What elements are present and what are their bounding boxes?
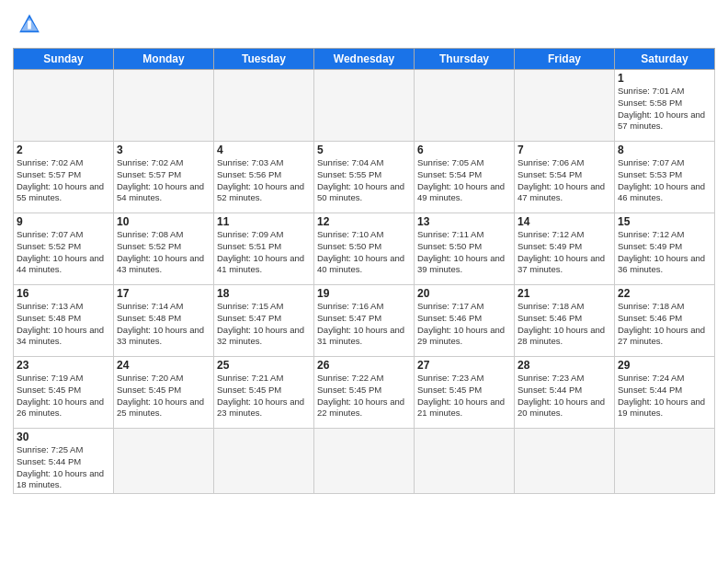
day-number: 7 [518, 144, 611, 156]
day-number: 14 [518, 215, 611, 228]
calendar-cell [114, 70, 214, 142]
svg-rect-2 [28, 21, 31, 29]
day-info: Sunrise: 7:19 AMSunset: 5:45 PMDaylight:… [17, 373, 110, 419]
day-info: Sunrise: 7:12 AMSunset: 5:49 PMDaylight:… [518, 229, 611, 276]
day-info: Sunrise: 7:13 AMSunset: 5:48 PMDaylight:… [17, 301, 110, 348]
day-number: 8 [618, 144, 711, 156]
calendar-row: 2Sunrise: 7:02 AMSunset: 5:57 PMDaylight… [14, 142, 715, 213]
header-saturday: Saturday [615, 49, 715, 70]
calendar-cell: 19Sunrise: 7:16 AMSunset: 5:47 PMDayligh… [314, 285, 415, 357]
header-sunday: Sunday [14, 49, 114, 70]
day-number: 27 [417, 359, 511, 372]
day-info: Sunrise: 7:05 AMSunset: 5:54 PMDaylight:… [417, 157, 511, 204]
day-info: Sunrise: 7:22 AMSunset: 5:45 PMDaylight:… [317, 373, 411, 419]
day-info: Sunrise: 7:07 AMSunset: 5:53 PMDaylight:… [618, 157, 711, 204]
day-info: Sunrise: 7:23 AMSunset: 5:45 PMDaylight:… [417, 373, 511, 419]
calendar-cell: 13Sunrise: 7:11 AMSunset: 5:50 PMDayligh… [415, 213, 515, 285]
day-number: 1 [618, 72, 711, 85]
page: Sunday Monday Tuesday Wednesday Thursday… [0, 0, 728, 563]
day-number: 29 [618, 359, 711, 372]
calendar-cell: 22Sunrise: 7:18 AMSunset: 5:46 PMDayligh… [615, 285, 715, 357]
day-info: Sunrise: 7:09 AMSunset: 5:51 PMDaylight:… [217, 229, 311, 276]
day-info: Sunrise: 7:06 AMSunset: 5:54 PMDaylight:… [518, 157, 611, 204]
calendar-cell: 7Sunrise: 7:06 AMSunset: 5:54 PMDaylight… [515, 142, 615, 213]
day-info: Sunrise: 7:15 AMSunset: 5:47 PMDaylight:… [217, 301, 311, 348]
day-number: 19 [317, 287, 411, 300]
day-number: 24 [117, 359, 210, 372]
day-number: 13 [417, 215, 511, 228]
header-friday: Friday [515, 49, 615, 70]
header-monday: Monday [114, 49, 214, 70]
day-number: 22 [618, 287, 711, 300]
day-info: Sunrise: 7:23 AMSunset: 5:44 PMDaylight:… [518, 373, 611, 419]
day-info: Sunrise: 7:16 AMSunset: 5:47 PMDaylight:… [317, 301, 411, 348]
calendar-cell [114, 429, 214, 494]
day-number: 2 [17, 144, 110, 156]
calendar-table: Sunday Monday Tuesday Wednesday Thursday… [13, 48, 715, 494]
calendar-cell: 11Sunrise: 7:09 AMSunset: 5:51 PMDayligh… [214, 213, 314, 285]
day-info: Sunrise: 7:14 AMSunset: 5:48 PMDaylight:… [117, 301, 210, 348]
calendar-cell: 9Sunrise: 7:07 AMSunset: 5:52 PMDaylight… [14, 213, 114, 285]
calendar-cell [314, 429, 415, 494]
calendar-cell [615, 429, 715, 494]
calendar-cell: 27Sunrise: 7:23 AMSunset: 5:45 PMDayligh… [415, 357, 515, 429]
day-info: Sunrise: 7:11 AMSunset: 5:50 PMDaylight:… [417, 229, 511, 276]
calendar-cell: 18Sunrise: 7:15 AMSunset: 5:47 PMDayligh… [214, 285, 314, 357]
day-number: 20 [417, 287, 511, 300]
calendar-cell [415, 70, 515, 142]
calendar-cell: 3Sunrise: 7:02 AMSunset: 5:57 PMDaylight… [114, 142, 214, 213]
calendar-cell: 29Sunrise: 7:24 AMSunset: 5:44 PMDayligh… [615, 357, 715, 429]
calendar-cell [415, 429, 515, 494]
calendar-cell: 24Sunrise: 7:20 AMSunset: 5:45 PMDayligh… [114, 357, 214, 429]
day-number: 30 [17, 431, 110, 443]
calendar-cell [314, 70, 415, 142]
calendar-cell: 21Sunrise: 7:18 AMSunset: 5:46 PMDayligh… [515, 285, 615, 357]
day-info: Sunrise: 7:10 AMSunset: 5:50 PMDaylight:… [317, 229, 411, 276]
calendar-cell: 26Sunrise: 7:22 AMSunset: 5:45 PMDayligh… [314, 357, 415, 429]
day-number: 15 [618, 215, 711, 228]
day-info: Sunrise: 7:08 AMSunset: 5:52 PMDaylight:… [117, 229, 210, 276]
day-number: 5 [317, 144, 411, 156]
day-number: 6 [417, 144, 511, 156]
calendar-cell: 4Sunrise: 7:03 AMSunset: 5:56 PMDaylight… [214, 142, 314, 213]
day-number: 9 [17, 215, 110, 228]
calendar-row-1: 1Sunrise: 7:01 AMSunset: 5:58 PMDaylight… [14, 70, 715, 142]
day-number: 21 [518, 287, 611, 300]
weekday-header-row: Sunday Monday Tuesday Wednesday Thursday… [14, 49, 715, 70]
calendar-cell [515, 429, 615, 494]
calendar-cell [515, 70, 615, 142]
calendar-cell [14, 70, 114, 142]
header-thursday: Thursday [415, 49, 515, 70]
day-number: 16 [17, 287, 110, 300]
day-info: Sunrise: 7:25 AMSunset: 5:44 PMDaylight:… [17, 444, 110, 491]
calendar-row: 9Sunrise: 7:07 AMSunset: 5:52 PMDaylight… [14, 213, 715, 285]
header-wednesday: Wednesday [314, 49, 415, 70]
day-number: 23 [17, 359, 110, 372]
day-number: 12 [317, 215, 411, 228]
day-number: 18 [217, 287, 311, 300]
calendar-cell: 8Sunrise: 7:07 AMSunset: 5:53 PMDaylight… [615, 142, 715, 213]
day-info: Sunrise: 7:17 AMSunset: 5:46 PMDaylight:… [417, 301, 511, 348]
header-tuesday: Tuesday [214, 49, 314, 70]
calendar-cell [214, 429, 314, 494]
day-number: 26 [317, 359, 411, 372]
day-info: Sunrise: 7:18 AMSunset: 5:46 PMDaylight:… [518, 301, 611, 348]
day-info: Sunrise: 7:12 AMSunset: 5:49 PMDaylight:… [618, 229, 711, 276]
day-number: 4 [217, 144, 311, 156]
day-number: 25 [217, 359, 311, 372]
day-number: 3 [117, 144, 210, 156]
day-number: 10 [117, 215, 210, 228]
day-number: 11 [217, 215, 311, 228]
calendar-row: 23Sunrise: 7:19 AMSunset: 5:45 PMDayligh… [14, 357, 715, 429]
calendar-row: 30Sunrise: 7:25 AMSunset: 5:44 PMDayligh… [14, 429, 715, 494]
calendar-cell: 17Sunrise: 7:14 AMSunset: 5:48 PMDayligh… [114, 285, 214, 357]
calendar-cell: 23Sunrise: 7:19 AMSunset: 5:45 PMDayligh… [14, 357, 114, 429]
day-info: Sunrise: 7:24 AMSunset: 5:44 PMDaylight:… [618, 373, 711, 419]
calendar-cell: 30Sunrise: 7:25 AMSunset: 5:44 PMDayligh… [14, 429, 114, 494]
day-info: Sunrise: 7:21 AMSunset: 5:45 PMDaylight:… [217, 373, 311, 419]
day-info: Sunrise: 7:20 AMSunset: 5:45 PMDaylight:… [117, 373, 210, 419]
calendar-cell: 2Sunrise: 7:02 AMSunset: 5:57 PMDaylight… [14, 142, 114, 213]
logo-icon [13, 9, 46, 42]
day-info: Sunrise: 7:02 AMSunset: 5:57 PMDaylight:… [17, 157, 110, 204]
day-info: Sunrise: 7:07 AMSunset: 5:52 PMDaylight:… [17, 229, 110, 276]
